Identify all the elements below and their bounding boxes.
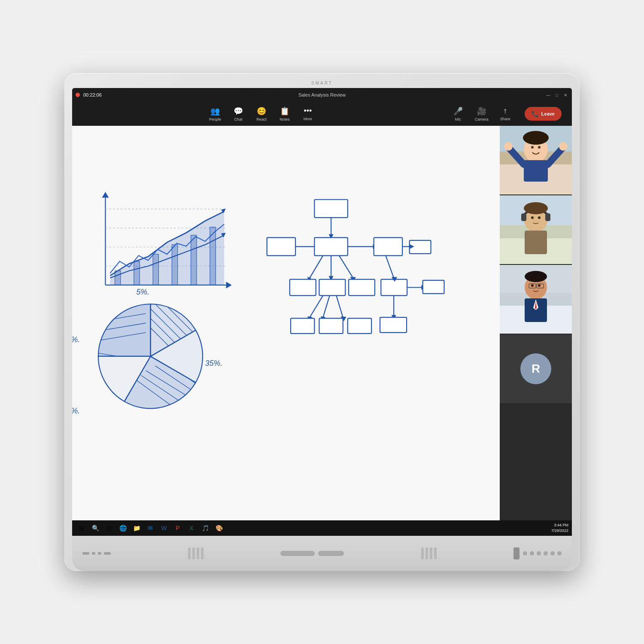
touch-btn-4[interactable]: [544, 551, 548, 556]
participant-video-1: [500, 126, 572, 194]
svg-rect-70: [348, 318, 371, 333]
speaker-hole-5: [421, 547, 424, 559]
mic-icon: 🎤: [453, 106, 463, 116]
speaker-hole-6: [425, 547, 428, 559]
svg-rect-41: [374, 237, 402, 255]
person-silhouette-1: [500, 126, 572, 194]
svg-rect-52: [319, 279, 345, 296]
svg-point-92: [538, 216, 541, 219]
svg-text:10%.: 10%.: [72, 335, 80, 344]
notes-label: Notes: [279, 117, 290, 122]
person-silhouette-2: [500, 195, 572, 264]
svg-rect-7: [115, 271, 121, 285]
titlebar-title: Sales Analysis Review: [298, 92, 346, 97]
pen-tray: [280, 551, 344, 556]
left-speaker: [188, 547, 204, 559]
svg-rect-8: [134, 261, 140, 285]
speaker-hole-8: [434, 547, 437, 559]
svg-point-91: [531, 216, 534, 219]
taskbar-icon-3[interactable]: ✉: [144, 522, 156, 534]
notes-button[interactable]: 📋 Notes: [274, 104, 295, 124]
screen-bezel: 00:22:06 Sales Analysis Review — □ ✕ 👥 P…: [72, 88, 572, 536]
svg-rect-11: [191, 235, 197, 285]
taskbar-icon-2[interactable]: 📁: [131, 522, 143, 534]
react-label: React: [256, 117, 267, 122]
svg-rect-32: [314, 200, 347, 218]
speaker-hole-3: [197, 547, 199, 559]
svg-text:5%.: 5%.: [136, 288, 149, 296]
right-ports: [513, 547, 562, 559]
participant-panel: R: [500, 126, 572, 520]
device-frame: SMART 00:22:06 Sales Analysis Review — □…: [64, 73, 580, 571]
teams-toolbar: 👥 People 💬 Chat 😊 React 📋 Notes ••• More: [72, 102, 572, 126]
device-brand: SMART: [311, 81, 333, 85]
minimize-button[interactable]: —: [545, 92, 551, 98]
svg-rect-10: [172, 245, 177, 285]
mic-label: Mic: [455, 117, 461, 122]
svg-point-80: [559, 142, 568, 151]
svg-rect-9: [153, 254, 158, 285]
svg-rect-51: [290, 279, 316, 296]
taskbar-icon-8[interactable]: 🎨: [213, 522, 225, 534]
svg-point-81: [531, 146, 534, 149]
more-label: More: [304, 117, 313, 121]
svg-rect-53: [349, 279, 375, 296]
svg-text:35%.: 35%.: [205, 359, 222, 368]
start-button[interactable]: ⊞: [76, 522, 88, 534]
leave-button[interactable]: 📞 Leave: [525, 107, 562, 121]
maximize-button[interactable]: □: [554, 92, 560, 98]
touch-btn-1[interactable]: [523, 551, 527, 556]
touch-btn-6[interactable]: [557, 551, 562, 556]
titlebar-left: 00:22:06: [76, 92, 102, 97]
svg-point-103: [525, 271, 547, 282]
chat-button[interactable]: 💬 Chat: [228, 104, 249, 124]
share-icon: ↑: [503, 106, 507, 115]
close-button[interactable]: ✕: [562, 92, 568, 98]
leave-label: Leave: [541, 111, 555, 116]
taskbar-icon-5[interactable]: P: [172, 522, 184, 534]
react-button[interactable]: 😊 React: [251, 104, 272, 124]
phone-icon: 📞: [532, 110, 539, 117]
svg-rect-89: [521, 213, 526, 221]
taskbar: ⊞ 🔍 ⊙ 🌐 📁 ✉ W P X 🎵 🎨 3:44 PM 7/29/2022: [72, 520, 572, 536]
people-button[interactable]: 👥 People: [204, 104, 226, 124]
touch-btn-5[interactable]: [550, 551, 555, 556]
touch-btn-3[interactable]: [537, 551, 541, 556]
taskbar-icon-1[interactable]: 🌐: [117, 522, 129, 534]
whiteboard-drawing: 5%. 10%. 35%. 33%.: [72, 126, 500, 520]
taskbar-icon-6[interactable]: X: [185, 522, 197, 534]
svg-rect-35: [314, 237, 347, 255]
app-titlebar: 00:22:06 Sales Analysis Review — □ ✕: [72, 88, 572, 102]
camera-icon: 🎥: [477, 106, 486, 116]
power-button-area[interactable]: [513, 547, 519, 559]
speaker-hole-7: [430, 547, 432, 559]
svg-point-82: [538, 146, 541, 149]
touch-buttons: [523, 551, 562, 556]
taskbar-icon-7[interactable]: 🎵: [199, 522, 211, 534]
touch-btn-2[interactable]: [530, 551, 534, 556]
svg-rect-54: [381, 279, 407, 296]
whiteboard[interactable]: 5%. 10%. 35%. 33%.: [72, 126, 500, 520]
usb-port: [82, 552, 89, 555]
search-icon[interactable]: 🔍: [89, 522, 101, 534]
camera-label: Camera: [475, 117, 489, 122]
mic-button[interactable]: 🎤 Mic: [447, 104, 469, 124]
people-label: People: [209, 117, 221, 122]
avatar-initial: R: [532, 362, 540, 376]
svg-rect-76: [524, 160, 548, 182]
main-content: 5%. 10%. 35%. 33%.: [72, 126, 572, 520]
share-button[interactable]: ↑ Share: [495, 104, 516, 124]
taskbar-time: 3:44 PM: [551, 522, 568, 528]
port-2: [98, 552, 101, 555]
svg-point-83: [523, 131, 549, 145]
recording-dot: [76, 93, 80, 97]
svg-point-102: [538, 284, 541, 287]
more-icon: •••: [304, 106, 312, 115]
more-button[interactable]: ••• More: [297, 104, 319, 124]
speaker-hole-2: [192, 547, 195, 559]
person-silhouette-3: [500, 265, 572, 334]
taskbar-icon-4[interactable]: W: [158, 522, 170, 534]
share-label: Share: [500, 117, 510, 121]
camera-button[interactable]: 🎥 Camera: [471, 104, 493, 124]
task-view-icon[interactable]: ⊙: [103, 522, 115, 534]
